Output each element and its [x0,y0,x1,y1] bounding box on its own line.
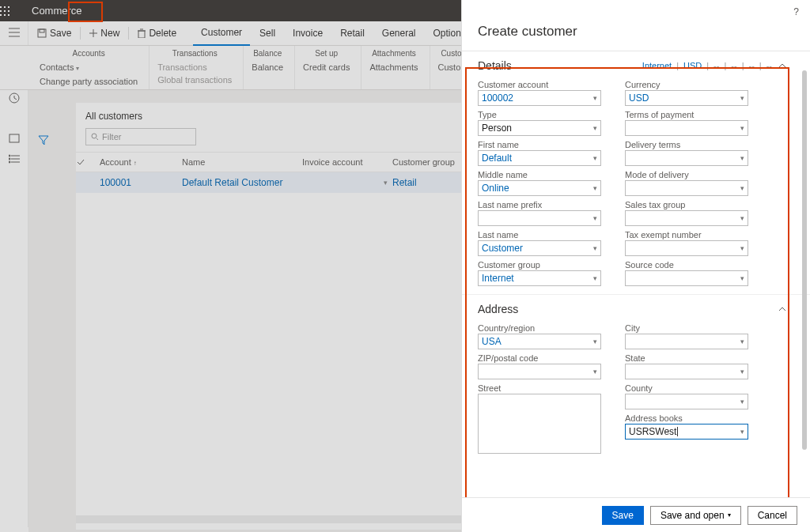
svg-rect-23 [40,29,44,32]
svg-rect-3 [0,10,2,12]
tab-retail[interactable]: Retail [332,21,373,46]
col-invoice[interactable]: Invoice account [302,157,392,167]
panel-title: Create customer [462,0,810,51]
panel-body: Details Internet| USD| --| --| --| -- Cu… [462,51,810,497]
svg-rect-15 [9,134,19,142]
app-launcher-icon[interactable] [0,6,28,16]
source-code-input[interactable]: ▾ [625,270,748,286]
type-select[interactable]: Person▾ [478,120,601,136]
tab-invoice[interactable]: Invoice [285,21,331,46]
svg-rect-5 [8,10,9,12]
mode-of-delivery-select[interactable]: ▾ [625,180,748,196]
save-button[interactable]: Save [32,25,77,42]
change-party-link[interactable]: Change party association [40,75,138,88]
global-transactions-link[interactable]: Global transactions [157,74,232,86]
svg-rect-7 [4,14,6,16]
customer-account-input[interactable]: 100002▾ [478,90,601,106]
tab-general[interactable]: General [374,21,424,46]
left-rail [0,21,28,527]
cell-group[interactable]: Retail [392,177,471,188]
separator [128,27,129,40]
street-textarea[interactable] [478,394,601,454]
svg-rect-26 [138,31,145,38]
middle-name-input[interactable]: Online▾ [478,180,601,196]
credit-cards-link[interactable]: Credit cards [303,61,350,74]
delete-button[interactable]: Delete [132,25,182,42]
attachments-link[interactable]: Attachments [369,61,418,74]
state-select[interactable]: ▾ [625,364,748,379]
cell-name[interactable]: Default Retail Customer [182,177,302,188]
tab-sell[interactable]: Sell [252,21,283,46]
ribbon-balance: Balance Balance [244,46,295,89]
ribbon-setup: Set up Credit cards [295,46,361,89]
save-button[interactable]: Save [602,506,644,525]
first-name-input[interactable]: Default▾ [478,150,601,166]
filter-pane-icon[interactable] [38,134,49,145]
svg-rect-0 [0,6,2,8]
svg-rect-2 [8,6,9,8]
grid-filter-input[interactable]: Filter [85,128,196,145]
create-customer-panel: ? Create customer Details Internet| USD|… [461,0,810,532]
select-all-checkbox[interactable] [76,158,95,166]
zip-input[interactable]: ▾ [478,364,601,379]
panel-scrollbar[interactable] [802,70,807,450]
section-summary-pills: Internet| USD| --| --| --| -- [642,61,772,70]
module-icon[interactable] [9,134,20,143]
country-select[interactable]: USA▾ [478,334,601,349]
svg-point-21 [9,161,10,163]
col-account[interactable]: Account ↑ [95,157,182,167]
section-details-header[interactable]: Details Internet| USD| --| --| --| -- [462,51,810,78]
transactions-link[interactable]: Transactions [157,61,232,74]
svg-point-20 [9,158,10,160]
contacts-link[interactable]: Contacts ▾ [40,61,138,75]
ribbon-accounts: Accounts Contacts ▾ Change party associa… [32,46,150,89]
chevron-up-icon[interactable] [778,63,786,68]
address-books-select[interactable]: USRSWest▾ [625,424,748,440]
tax-exempt-number-input[interactable]: ▾ [625,240,748,256]
svg-rect-1 [4,6,6,8]
last-name-prefix-input[interactable]: ▾ [478,210,601,226]
save-and-open-button[interactable]: Save and open ▾ [650,506,741,525]
sales-tax-group-select[interactable]: ▾ [625,210,748,226]
help-icon[interactable]: ? [793,6,799,17]
customer-group-select[interactable]: Internet▾ [478,270,601,286]
section-address-header[interactable]: Address [462,294,810,322]
ribbon-attachments: Attachments Attachments [361,46,430,89]
currency-select[interactable]: USD▾ [625,90,748,106]
tab-customer[interactable]: Customer [193,21,250,46]
balance-link[interactable]: Balance [252,61,283,74]
terms-of-payment-select[interactable]: ▾ [625,120,748,136]
list-icon[interactable] [9,154,20,164]
county-select[interactable]: ▾ [625,394,748,409]
svg-rect-8 [8,14,9,16]
app-brand: Commerce [28,5,82,17]
svg-point-31 [92,134,97,138]
svg-line-32 [97,138,98,140]
delivery-terms-select[interactable]: ▾ [625,150,748,166]
chevron-up-icon[interactable] [778,307,786,311]
field-customer-account: Customer account 100002▾ [478,80,601,106]
city-input[interactable]: ▾ [625,334,748,349]
svg-point-19 [9,155,10,157]
cancel-button[interactable]: Cancel [748,506,797,525]
panel-footer: Save Save and open ▾ Cancel [462,497,810,532]
svg-rect-4 [4,10,6,12]
col-group[interactable]: Customer group [392,157,471,167]
cell-invoice: ▾ [302,179,392,187]
last-name-input[interactable]: Customer▾ [478,240,601,256]
col-name[interactable]: Name [182,157,302,167]
recent-icon[interactable] [9,92,20,104]
cell-account[interactable]: 100001 [95,177,182,188]
new-button[interactable]: New [84,25,125,42]
separator [80,27,81,40]
svg-rect-6 [0,14,2,16]
ribbon-transactions: Transactions Transactions Global transac… [150,46,244,89]
